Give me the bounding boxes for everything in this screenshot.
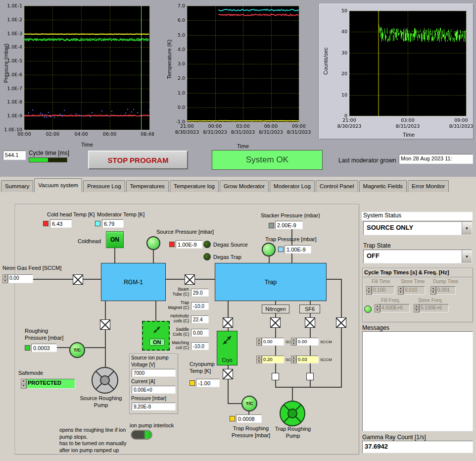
- fill-time-value[interactable]: 0.100: [372, 286, 394, 295]
- sccm-unit-label: SCCM: [320, 358, 332, 362]
- nitrogen-flow-setpoint-spinner[interactable]: ▲▼ 0.00: [256, 338, 284, 346]
- fill-freq-value[interactable]: 4.500E+6: [380, 304, 410, 312]
- ion-pump-switch[interactable]: ON: [142, 321, 170, 351]
- spinner-arrows[interactable]: ▲▼: [21, 379, 26, 389]
- neon-gas-feed-spinner[interactable]: ▲▼ 0.00: [2, 274, 33, 283]
- decrement-icon[interactable]: ▼: [257, 360, 261, 363]
- pressure-chart: [1, 1, 160, 150]
- increment-icon[interactable]: ▲: [375, 305, 380, 308]
- degas-trap-led-icon[interactable]: [203, 253, 211, 260]
- increment-icon[interactable]: ▲: [21, 379, 26, 384]
- tab-moderator-log[interactable]: Moderator Log: [270, 180, 315, 192]
- store-time-spinner[interactable]: ▲▼ 0.010: [398, 286, 425, 295]
- sf6-flow-actual-spinner[interactable]: ▲▼ 0.03: [291, 356, 319, 363]
- safemode-label: Safemode: [18, 370, 43, 377]
- increment-icon[interactable]: ▲: [367, 287, 371, 291]
- increment-icon[interactable]: ▲: [398, 287, 403, 291]
- spinner-arrows[interactable]: ▲▼: [256, 356, 262, 363]
- decrement-icon[interactable]: ▼: [257, 342, 261, 346]
- spinner-arrows[interactable]: ▲▼: [430, 286, 436, 295]
- store-freq-spinner[interactable]: ▲▼ 5.100E+6: [414, 304, 449, 312]
- tab-temperature-log[interactable]: Temperature log: [170, 180, 219, 192]
- increment-icon[interactable]: ▲: [431, 287, 435, 291]
- store-time-label: Store Time: [401, 279, 425, 285]
- decrement-icon[interactable]: ▼: [414, 308, 419, 312]
- dump-time-spinner[interactable]: ▲▼ 0.001: [430, 286, 456, 295]
- decrement-icon[interactable]: ▼: [291, 342, 296, 346]
- increment-icon[interactable]: ▲: [291, 356, 296, 360]
- valve-icon: [185, 274, 195, 285]
- thermocouple-trap-icon: T/C: [241, 396, 257, 411]
- chevron-down-icon[interactable]: ▼: [462, 250, 472, 263]
- neon-gas-feed-label: Neon Gas Feed [SCCM]: [2, 265, 61, 272]
- tab-summary[interactable]: Summary: [1, 180, 33, 192]
- tab-control-panel[interactable]: Control Panel: [316, 180, 358, 192]
- increment-icon[interactable]: ▲: [257, 356, 261, 360]
- moderator-temp-indicator-icon: [95, 221, 100, 226]
- decrement-icon[interactable]: ▼: [291, 360, 296, 363]
- tab-pressure-log[interactable]: Pressure Log: [83, 180, 125, 192]
- decrement-icon[interactable]: ▼: [21, 384, 26, 389]
- nitrogen-flow-setpoint-value[interactable]: 0.00: [262, 338, 284, 346]
- trap-state-dropdown[interactable]: OFF ▼: [363, 250, 472, 263]
- trap-pressure-field: 1.00E-9: [285, 245, 311, 254]
- sf6-flow-setpoint-value[interactable]: 0.00: [296, 338, 319, 346]
- nitrogen-flow-actual-spinner[interactable]: ▲▼ 0.20: [256, 356, 284, 363]
- decrement-icon[interactable]: ▼: [3, 279, 7, 283]
- coldhead-on-button[interactable]: ON: [106, 231, 124, 248]
- pipe-line: [153, 250, 154, 263]
- neon-gas-feed-value[interactable]: 0.00: [8, 274, 33, 283]
- ion-pump-on-label: ON: [149, 339, 165, 346]
- degas-source-led-icon[interactable]: [203, 241, 211, 248]
- sf6-flow-actual-value[interactable]: 0.03: [296, 356, 319, 363]
- spinner-arrows[interactable]: ▲▼: [291, 338, 296, 346]
- cryo-pump-box: Cryo: [217, 331, 238, 365]
- increment-icon[interactable]: ▲: [291, 338, 296, 342]
- trap-roughing-pump-icon: [279, 400, 306, 427]
- spinner-arrows[interactable]: ▲▼: [2, 274, 8, 283]
- source-ion-pump-panel: Source ion pump Voltage [V] 7000 Current…: [129, 354, 178, 414]
- store-freq-value[interactable]: 5.100E+6: [419, 304, 449, 312]
- spinner-arrows[interactable]: ▲▼: [366, 286, 372, 295]
- fill-freq-spinner[interactable]: ▲▼ 4.500E+6: [375, 304, 410, 312]
- rgm1-vessel: RGM-1: [101, 263, 166, 301]
- increment-icon[interactable]: ▲: [257, 338, 261, 342]
- nitrogen-label: Nitrogen: [262, 305, 289, 313]
- dump-time-value[interactable]: 0.001: [436, 286, 456, 295]
- sf6-flow-setpoint-spinner[interactable]: ▲▼ 0.00: [291, 338, 319, 346]
- temperature-chart: [163, 1, 313, 151]
- tab-error-monitor[interactable]: Error Monitor: [408, 180, 449, 192]
- chevron-down-icon[interactable]: ▼: [462, 222, 472, 235]
- tab-vacuum-system[interactable]: Vacuum system: [34, 178, 82, 192]
- stop-program-button[interactable]: STOP PROGRAM: [88, 151, 188, 169]
- spinner-arrows[interactable]: ▲▼: [414, 304, 419, 312]
- counts-time-axis-label: Time: [398, 132, 420, 138]
- tab-temperatures[interactable]: Temperatures: [126, 180, 169, 192]
- system-status-value[interactable]: SOURCE ONLY: [364, 222, 462, 235]
- pipe-line: [327, 279, 342, 280]
- circulation-arrows-icon: [152, 325, 161, 336]
- spinner-arrows[interactable]: ▲▼: [375, 304, 380, 312]
- fill-time-spinner[interactable]: ▲▼ 0.100: [366, 286, 394, 295]
- trap-state-value[interactable]: OFF: [364, 250, 462, 263]
- spinner-arrows[interactable]: ▲▼: [291, 356, 296, 363]
- pipe-line: [310, 328, 311, 373]
- decrement-icon[interactable]: ▼: [398, 291, 403, 294]
- increment-icon[interactable]: ▲: [3, 275, 7, 279]
- increment-icon[interactable]: ▲: [414, 305, 419, 308]
- helmholtz-coils-field: 22.4: [191, 315, 209, 323]
- pipe-line: [275, 387, 342, 388]
- spinner-arrows[interactable]: ▲▼: [398, 286, 403, 295]
- tab-grow-moderator[interactable]: Grow Moderator: [220, 180, 269, 192]
- decrement-icon[interactable]: ▼: [375, 308, 380, 312]
- tab-magnetic-fields[interactable]: Magnetic Fields: [359, 180, 407, 192]
- counts-chart: [319, 3, 474, 140]
- spinner-arrows[interactable]: ▲▼: [256, 338, 262, 346]
- safemode-value[interactable]: PROTECTED: [26, 379, 75, 389]
- safemode-control[interactable]: ▲▼ PROTECTED: [21, 379, 75, 389]
- store-time-value[interactable]: 0.010: [403, 286, 425, 295]
- decrement-icon[interactable]: ▼: [367, 291, 371, 294]
- decrement-icon[interactable]: ▼: [431, 291, 435, 294]
- nitrogen-flow-actual-value[interactable]: 0.20: [262, 356, 284, 363]
- system-status-dropdown[interactable]: SOURCE ONLY ▼: [363, 221, 472, 235]
